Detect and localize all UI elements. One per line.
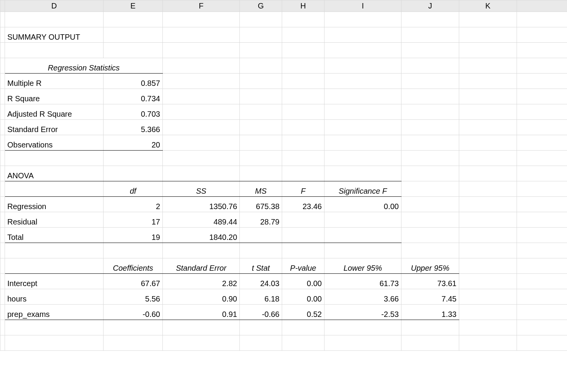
summary-output-title[interactable]: SUMMARY OUTPUT <box>5 27 104 43</box>
coef-row-label[interactable]: prep_exams <box>5 305 104 320</box>
coef-cell[interactable]: 3.66 <box>324 289 401 305</box>
regstat-label[interactable]: R Square <box>5 89 104 104</box>
regstat-value[interactable]: 0.857 <box>104 74 163 89</box>
regression-statistics-header[interactable]: Regression Statistics <box>5 58 163 74</box>
col-header-K[interactable]: K <box>459 0 517 12</box>
col-header-F[interactable]: F <box>163 0 240 12</box>
coef-cell[interactable]: 0.00 <box>282 274 324 289</box>
regstat-value[interactable]: 0.734 <box>104 89 163 104</box>
col-header-J[interactable]: J <box>401 0 459 12</box>
col-stub[interactable] <box>0 0 5 12</box>
coef-row-label[interactable]: Intercept <box>5 274 104 289</box>
coef-cell[interactable]: 2.82 <box>163 274 240 289</box>
regstat-label[interactable]: Standard Error <box>5 120 104 135</box>
regstat-value[interactable]: 20 <box>104 135 163 151</box>
coef-cell[interactable]: 7.45 <box>401 289 459 305</box>
anova-row-label[interactable]: Residual <box>5 212 104 228</box>
spreadsheet-grid[interactable]: D E F G H I J K SUMMARY OUTPUT Regressio… <box>0 0 567 351</box>
anova-cell[interactable] <box>240 228 282 243</box>
anova-header-ss[interactable]: SS <box>163 181 240 197</box>
coef-cell[interactable]: 1.33 <box>401 305 459 320</box>
col-header-I[interactable]: I <box>324 0 401 12</box>
coef-cell[interactable]: 61.73 <box>324 274 401 289</box>
anova-cell[interactable]: 2 <box>104 197 163 212</box>
anova-cell[interactable] <box>324 212 401 228</box>
anova-cell[interactable]: 489.44 <box>163 212 240 228</box>
anova-cell[interactable]: 675.38 <box>240 197 282 212</box>
cell[interactable] <box>5 12 104 27</box>
anova-row-label[interactable]: Total <box>5 228 104 243</box>
coef-header-coef[interactable]: Coefficients <box>104 258 163 274</box>
coef-cell[interactable]: 0.52 <box>282 305 324 320</box>
coef-header-t[interactable]: t Stat <box>240 258 282 274</box>
coef-cell[interactable]: 0.91 <box>163 305 240 320</box>
anova-cell[interactable] <box>282 228 324 243</box>
anova-cell[interactable]: 1840.20 <box>163 228 240 243</box>
regstat-label[interactable]: Multiple R <box>5 74 104 89</box>
coef-cell[interactable]: 67.67 <box>104 274 163 289</box>
coef-header-se[interactable]: Standard Error <box>163 258 240 274</box>
col-header-end[interactable] <box>517 0 567 12</box>
anova-row-label[interactable]: Regression <box>5 197 104 212</box>
regstat-value[interactable]: 5.366 <box>104 120 163 135</box>
anova-cell[interactable]: 17 <box>104 212 163 228</box>
coef-cell[interactable]: 5.56 <box>104 289 163 305</box>
coef-cell[interactable]: -2.53 <box>324 305 401 320</box>
column-header-row: D E F G H I J K <box>0 0 567 12</box>
anova-cell[interactable]: 0.00 <box>324 197 401 212</box>
col-header-G[interactable]: G <box>240 0 282 12</box>
anova-header-ms[interactable]: MS <box>240 181 282 197</box>
anova-cell[interactable]: 23.46 <box>282 197 324 212</box>
col-header-E[interactable]: E <box>104 0 163 12</box>
regstat-label[interactable]: Observations <box>5 135 104 151</box>
coef-header-p[interactable]: P-value <box>282 258 324 274</box>
col-header-H[interactable]: H <box>282 0 324 12</box>
coef-cell[interactable]: 24.03 <box>240 274 282 289</box>
anova-cell[interactable] <box>282 212 324 228</box>
coef-cell[interactable]: -0.60 <box>104 305 163 320</box>
anova-title[interactable]: ANOVA <box>5 166 104 181</box>
col-header-D[interactable]: D <box>5 0 104 12</box>
coef-cell[interactable]: 0.00 <box>282 289 324 305</box>
coef-header-hi[interactable]: Upper 95% <box>401 258 459 274</box>
regstat-value[interactable]: 0.703 <box>104 104 163 120</box>
anova-header-df[interactable]: df <box>104 181 163 197</box>
regstat-label[interactable]: Adjusted R Square <box>5 104 104 120</box>
coef-row-label[interactable]: hours <box>5 289 104 305</box>
anova-cell[interactable]: 28.79 <box>240 212 282 228</box>
anova-cell[interactable]: 19 <box>104 228 163 243</box>
coef-cell[interactable]: -0.66 <box>240 305 282 320</box>
coef-header-lo[interactable]: Lower 95% <box>324 258 401 274</box>
coef-cell[interactable]: 0.90 <box>163 289 240 305</box>
anova-header-sigf[interactable]: Significance F <box>324 181 401 197</box>
coef-cell[interactable]: 6.18 <box>240 289 282 305</box>
anova-cell[interactable] <box>324 228 401 243</box>
anova-cell[interactable]: 1350.76 <box>163 197 240 212</box>
coef-cell[interactable]: 73.61 <box>401 274 459 289</box>
anova-header-f[interactable]: F <box>282 181 324 197</box>
